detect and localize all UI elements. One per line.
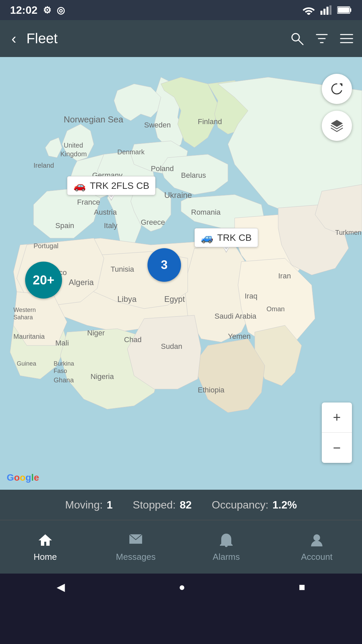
vehicle-label-2: TRK CB	[217, 232, 252, 243]
target-icon: ◎	[57, 5, 65, 16]
nav-alarms-label: Alarms	[213, 552, 240, 562]
moving-label: Moving:	[65, 499, 103, 511]
svg-text:Portugal: Portugal	[34, 242, 59, 250]
stopped-value: 82	[180, 499, 192, 511]
svg-text:Ukraine: Ukraine	[164, 191, 192, 200]
map-container[interactable]: Norwegian Sea Norway Sweden Finland Unit…	[0, 57, 362, 490]
fleet-status-bar: Moving: 1 Stopped: 82 Occupancy: 1.2%	[0, 490, 362, 520]
moving-value: 1	[107, 499, 113, 511]
svg-rect-3	[329, 5, 331, 15]
vehicle-marker-2[interactable]: 🚙 TRK CB	[194, 228, 258, 247]
svg-text:Saudi Arabia: Saudi Arabia	[215, 312, 257, 320]
toolbar: ‹ Fleet	[0, 20, 362, 57]
svg-text:Finland: Finland	[198, 117, 222, 126]
zoom-out-button[interactable]: −	[322, 433, 352, 463]
svg-text:Ireland: Ireland	[34, 162, 54, 169]
svg-text:Turkmen: Turkmen	[335, 229, 361, 236]
svg-rect-6	[338, 7, 349, 13]
occupancy-status: Occupancy: 1.2%	[202, 499, 307, 511]
svg-text:Romania: Romania	[191, 208, 221, 216]
svg-point-7	[292, 34, 299, 41]
svg-text:Oman: Oman	[266, 305, 285, 313]
svg-text:Algeria: Algeria	[69, 278, 94, 287]
svg-rect-1	[323, 9, 325, 15]
nav-messages[interactable]: Messages	[90, 526, 181, 568]
svg-text:Belarus: Belarus	[181, 171, 206, 179]
home-icon	[37, 532, 54, 548]
svg-text:Yemen: Yemen	[228, 332, 251, 340]
svg-text:Guinea: Guinea	[17, 360, 37, 367]
occupancy-label: Occupancy:	[212, 499, 268, 511]
nav-alarms[interactable]: Alarms	[181, 526, 272, 568]
car-icon-red: 🚗	[73, 180, 86, 192]
cluster-small[interactable]: 3	[147, 248, 181, 282]
svg-text:Faso: Faso	[54, 368, 67, 374]
page-title: Fleet	[26, 31, 283, 47]
nav-account[interactable]: Account	[272, 526, 362, 568]
svg-text:Kingdom: Kingdom	[60, 150, 87, 158]
svg-text:Greece: Greece	[141, 218, 165, 226]
toolbar-icons	[290, 31, 354, 46]
svg-line-8	[299, 40, 303, 45]
android-recent-button[interactable]: ■	[299, 581, 305, 593]
status-time-area: 12:02 ⚙ ◎	[10, 4, 65, 16]
svg-text:Tunisia: Tunisia	[111, 265, 134, 273]
layers-button[interactable]	[322, 111, 352, 141]
zoom-controls: + −	[322, 402, 352, 463]
svg-text:Nigeria: Nigeria	[90, 372, 114, 381]
nav-home[interactable]: Home	[0, 526, 90, 568]
alarms-icon	[218, 532, 235, 548]
android-home-button[interactable]: ●	[179, 581, 185, 593]
vehicle-label-1: TRK 2FLS CB	[90, 180, 149, 191]
wifi-icon	[302, 5, 315, 15]
svg-text:Spain: Spain	[55, 221, 74, 230]
menu-icon[interactable]	[339, 31, 354, 46]
cluster-large[interactable]: 20+	[25, 262, 62, 299]
account-icon	[308, 532, 325, 548]
svg-text:Western: Western	[13, 307, 36, 313]
bottom-navigation: Home Messages Alarms Account	[0, 520, 362, 574]
signal-icon	[320, 5, 332, 15]
nav-home-label: Home	[34, 552, 57, 562]
android-nav-bar: ◀ ● ■	[0, 574, 362, 600]
car-icon-gray: 🚙	[201, 232, 213, 244]
android-back-button[interactable]: ◀	[57, 581, 65, 593]
svg-text:Austria: Austria	[94, 208, 117, 216]
svg-rect-5	[350, 8, 351, 12]
svg-text:Denmark: Denmark	[117, 148, 145, 156]
google-logo: Google	[7, 472, 39, 483]
search-icon[interactable]	[290, 31, 304, 46]
svg-text:United: United	[64, 142, 83, 149]
vehicle-marker-1[interactable]: 🚗 TRK 2FLS CB	[67, 176, 156, 195]
svg-rect-2	[326, 7, 328, 15]
status-right-icons	[302, 5, 352, 15]
svg-text:Libya: Libya	[117, 294, 137, 304]
svg-text:Ghana: Ghana	[54, 376, 74, 384]
occupancy-value: 1.2%	[273, 499, 297, 511]
svg-text:Mauritania: Mauritania	[13, 333, 45, 340]
svg-text:Chad: Chad	[124, 335, 142, 344]
svg-text:Iran: Iran	[278, 272, 291, 280]
zoom-in-button[interactable]: +	[322, 402, 352, 433]
status-time: 12:02	[10, 4, 38, 16]
svg-text:Sweden: Sweden	[144, 121, 171, 129]
map-controls	[322, 74, 352, 141]
svg-text:Sudan: Sudan	[161, 342, 182, 351]
stopped-label: Stopped:	[133, 499, 176, 511]
filter-icon[interactable]	[314, 31, 329, 46]
svg-point-57	[313, 534, 320, 541]
svg-text:Norwegian Sea: Norwegian Sea	[64, 114, 123, 124]
svg-text:Egypt: Egypt	[164, 294, 185, 304]
back-button[interactable]: ‹	[8, 27, 20, 50]
svg-text:Iraq: Iraq	[245, 292, 257, 300]
nav-account-label: Account	[301, 552, 333, 562]
svg-text:Italy: Italy	[104, 221, 117, 230]
svg-text:Sahara: Sahara	[13, 314, 33, 321]
svg-text:Mali: Mali	[55, 339, 69, 347]
settings-icon: ⚙	[43, 5, 51, 16]
svg-text:Poland: Poland	[151, 164, 174, 173]
refresh-button[interactable]	[322, 74, 352, 104]
messages-icon	[127, 532, 144, 548]
moving-status: Moving: 1	[55, 499, 123, 511]
battery-icon	[337, 6, 352, 14]
